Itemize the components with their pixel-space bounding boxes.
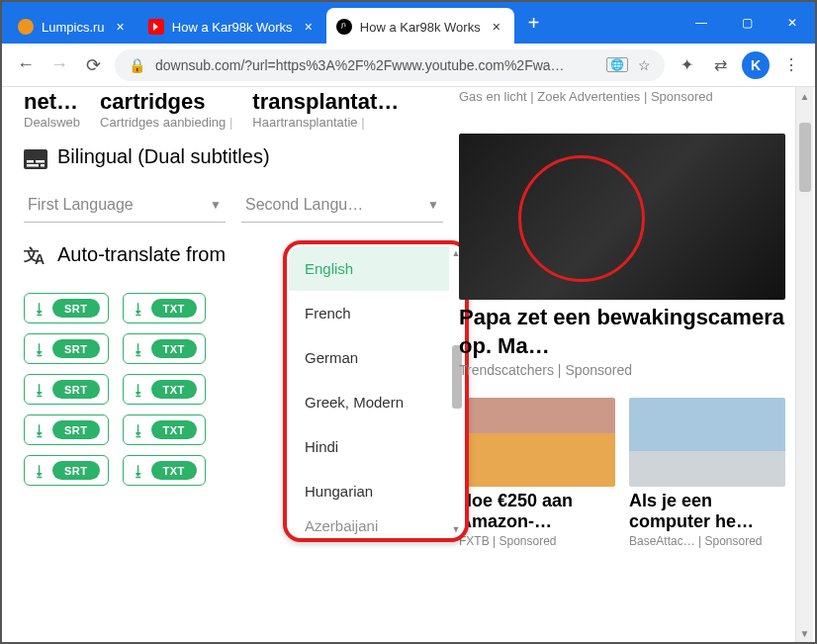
download-txt-button[interactable]: ⭳TXT xyxy=(123,293,206,323)
download-txt-button[interactable]: ⭳TXT xyxy=(123,333,206,364)
badge-txt: TXT xyxy=(151,420,197,439)
dropdown-item[interactable]: English xyxy=(289,246,449,291)
url-text: downsub.com/?url=https%3A%2F%2Fwww.youtu… xyxy=(155,57,596,73)
download-icon: ⭳ xyxy=(132,301,145,317)
maximize-button[interactable]: ▢ xyxy=(724,2,770,44)
badge-srt: SRT xyxy=(52,339,100,358)
dropdown-item[interactable]: French xyxy=(289,291,449,335)
ad-title: transplantat… xyxy=(252,89,399,115)
profile-avatar[interactable]: K xyxy=(742,51,770,79)
badge-srt: SRT xyxy=(52,461,100,480)
browser-tab[interactable]: How a Kar98k Works × xyxy=(138,8,326,44)
download-txt-button[interactable]: ⭳TXT xyxy=(123,455,206,486)
dropdown-item[interactable]: Hungarian xyxy=(289,469,449,513)
second-language-select[interactable]: Second Langu… ▼ xyxy=(241,188,443,223)
download-icon: ⭳ xyxy=(132,422,145,438)
svg-rect-3 xyxy=(27,164,39,167)
page-scrollbar[interactable]: ▲ ▼ xyxy=(795,87,813,642)
lock-icon: 🔒 xyxy=(129,57,145,73)
new-tab-button[interactable]: + xyxy=(514,12,554,35)
bilingual-header: Bilingual (Dual subtitles) xyxy=(24,145,443,174)
browser-tab[interactable]: Lumpics.ru × xyxy=(8,8,138,44)
page-content: net… Dealsweb cartridges Cartridges aanb… xyxy=(2,87,815,642)
ad-meta: BaseAttac… | Sponsored xyxy=(629,534,785,548)
close-icon[interactable]: × xyxy=(301,19,317,35)
download-srt-button[interactable]: ⭳SRT xyxy=(24,414,109,445)
sponsored-item[interactable]: transplantat… Haartransplantatie | xyxy=(252,89,399,130)
ad-image xyxy=(459,134,785,300)
youtube-icon xyxy=(148,19,164,35)
close-icon[interactable]: × xyxy=(489,19,504,35)
badge-txt: TXT xyxy=(151,299,197,318)
auto-translate-section: 文A Auto-translate from ⭳SRT ⭳TXT ⭳SRT ⭳T… xyxy=(24,240,443,486)
tab-label: How a Kar98k Works xyxy=(172,20,293,35)
ad-title: net… xyxy=(24,89,80,115)
badge-txt: TXT xyxy=(151,461,197,480)
browser-titlebar: Lumpics.ru × How a Kar98k Works × ᶮ How … xyxy=(2,2,815,44)
favicon-icon xyxy=(18,19,34,35)
sponsored-meta: Gas en licht | Zoek Advertenties | Spons… xyxy=(459,89,785,104)
back-button[interactable]: ← xyxy=(14,53,38,77)
download-txt-button[interactable]: ⭳TXT xyxy=(123,374,206,405)
dropdown-list: English French German Greek, Modern Hind… xyxy=(289,246,463,536)
download-srt-button[interactable]: ⭳SRT xyxy=(24,374,109,405)
translate-icon[interactable]: 🌐 xyxy=(606,57,628,72)
badge-txt: TXT xyxy=(151,339,197,358)
download-txt-button[interactable]: ⭳TXT xyxy=(123,414,206,445)
left-column: net… Dealsweb cartridges Cartridges aanb… xyxy=(2,87,451,642)
close-icon[interactable]: × xyxy=(113,19,129,35)
ad-image xyxy=(629,398,785,487)
address-bar[interactable]: 🔒 downsub.com/?url=https%3A%2F%2Fwww.you… xyxy=(115,49,665,81)
right-column: Gas en licht | Zoek Advertenties | Spons… xyxy=(451,87,793,642)
reload-button[interactable]: ⟳ xyxy=(81,53,105,77)
section-title: Bilingual (Dual subtitles) xyxy=(57,145,270,168)
sponsored-item[interactable]: cartridges Cartridges aanbieding | xyxy=(100,89,232,130)
close-window-button[interactable]: ✕ xyxy=(770,2,815,44)
ad-title: Papa zet een bewakingscamera op. Ma… xyxy=(459,304,785,360)
ad-source: Haartransplantatie xyxy=(252,115,357,130)
badge-srt: SRT xyxy=(52,380,100,399)
ad-source: Dealsweb xyxy=(24,115,80,130)
language-dropdown[interactable]: English French German Greek, Modern Hind… xyxy=(283,240,469,542)
sponsored-card[interactable]: Hoe €250 aan Amazon-… FXTB | Sponsored xyxy=(459,398,615,548)
tab-label: How a Kar98k Works xyxy=(360,20,481,35)
site-icon: ᶮ xyxy=(336,19,352,35)
download-icon: ⭳ xyxy=(33,463,46,479)
badge-srt: SRT xyxy=(52,420,100,439)
auto-translate-header: 文A Auto-translate from xyxy=(24,240,253,271)
sponsored-item[interactable]: net… Dealsweb xyxy=(24,89,80,130)
section-title: Auto-translate from xyxy=(57,240,226,268)
chevron-down-icon: ▼ xyxy=(427,198,439,212)
dropdown-item[interactable]: Azerbaijani xyxy=(289,513,449,536)
dropdown-item[interactable]: Hindi xyxy=(289,424,449,469)
forward-button[interactable]: → xyxy=(47,53,71,77)
extensions-icon[interactable]: ✦ xyxy=(675,53,698,77)
browser-tab-active[interactable]: ᶮ How a Kar98k Works × xyxy=(326,8,514,44)
sponsored-card[interactable]: Papa zet een bewakingscamera op. Ma… Tre… xyxy=(459,134,785,378)
ad-title: Als je een computer he… xyxy=(629,491,785,532)
sponsored-grid: Hoe €250 aan Amazon-… FXTB | Sponsored A… xyxy=(459,398,785,548)
ad-meta: FXTB | Sponsored xyxy=(459,534,615,548)
menu-icon[interactable]: ⋮ xyxy=(779,53,803,77)
svg-rect-4 xyxy=(41,164,45,167)
star-icon[interactable]: ☆ xyxy=(638,57,651,73)
download-icon: ⭳ xyxy=(33,301,46,317)
dropdown-item[interactable]: German xyxy=(289,335,449,380)
download-icon: ⭳ xyxy=(33,422,46,438)
ad-source: Cartridges aanbieding xyxy=(100,115,226,130)
download-srt-button[interactable]: ⭳SRT xyxy=(24,333,109,364)
scrollbar-thumb[interactable] xyxy=(799,123,811,192)
download-icon: ⭳ xyxy=(33,341,46,357)
tab-label: Lumpics.ru xyxy=(42,20,105,35)
ad-row: net… Dealsweb cartridges Cartridges aanb… xyxy=(24,89,443,130)
download-srt-button[interactable]: ⭳SRT xyxy=(24,293,109,323)
sponsored-card[interactable]: Als je een computer he… BaseAttac… | Spo… xyxy=(629,398,785,548)
translate-icon: 文A xyxy=(24,244,47,271)
reading-list-icon[interactable]: ⇄ xyxy=(708,53,732,77)
download-srt-button[interactable]: ⭳SRT xyxy=(24,455,109,486)
first-language-select[interactable]: First Language ▼ xyxy=(24,188,226,223)
ad-title: cartridges xyxy=(100,89,232,115)
minimize-button[interactable]: — xyxy=(679,2,724,44)
select-label: First Language xyxy=(28,196,134,214)
dropdown-item[interactable]: Greek, Modern xyxy=(289,380,449,424)
